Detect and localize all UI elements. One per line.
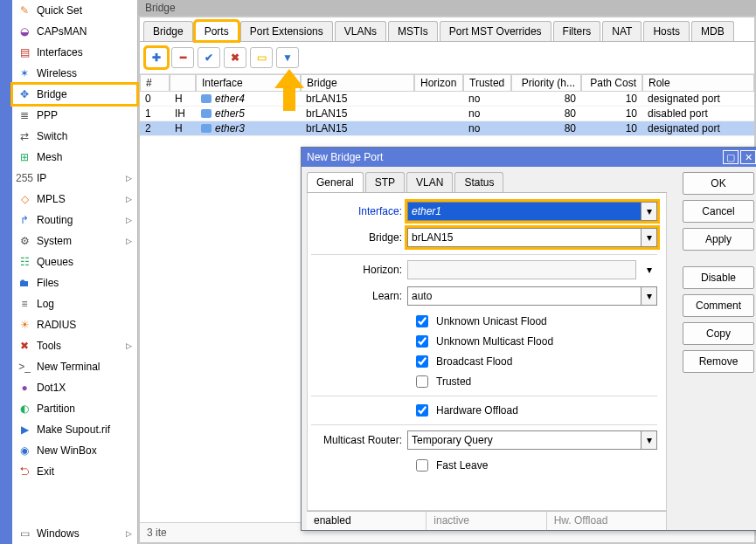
ok-button[interactable]: OK bbox=[683, 172, 754, 195]
dialog-tab-stp[interactable]: STP bbox=[365, 172, 405, 192]
tab-nat[interactable]: NAT bbox=[602, 21, 642, 41]
sidebar-item-windows[interactable]: ▭ Windows ▷ bbox=[12, 523, 137, 544]
remove-button[interactable]: Remove bbox=[683, 350, 754, 373]
sidebar-item-new-winbox[interactable]: ◉New WinBox bbox=[12, 440, 137, 461]
cancel-button[interactable]: Cancel bbox=[683, 200, 754, 223]
sidebar-item-switch[interactable]: ⇄Switch bbox=[12, 126, 137, 147]
tab-bridge[interactable]: Bridge bbox=[143, 21, 193, 41]
sidebar-item-queues[interactable]: ☷Queues bbox=[12, 251, 137, 272]
unknown-multicast-checkbox[interactable] bbox=[416, 335, 428, 348]
sidebar-item-system[interactable]: ⚙System▷ bbox=[12, 231, 137, 251]
quick-set-icon: ✎ bbox=[17, 3, 31, 17]
sidebar-item-dot1x[interactable]: ●Dot1X bbox=[12, 377, 137, 398]
tab-ports[interactable]: Ports bbox=[195, 21, 239, 41]
unknown-unicast-checkbox[interactable] bbox=[416, 315, 428, 327]
learn-input[interactable] bbox=[408, 287, 641, 305]
interface-input[interactable] bbox=[408, 203, 641, 220]
fast-leave-checkbox[interactable] bbox=[416, 459, 428, 472]
disable-button[interactable]: ✖ bbox=[224, 47, 246, 68]
table-row[interactable]: 1IHether5brLAN15no8010disabled port bbox=[140, 107, 754, 121]
column-header[interactable]: Bridge bbox=[301, 74, 414, 92]
cell: 10 bbox=[581, 121, 642, 136]
sidebar-item-ip[interactable]: 255IP▷ bbox=[12, 168, 137, 189]
broadcast-checkbox[interactable] bbox=[416, 355, 428, 368]
chevron-down-icon[interactable]: ▾ bbox=[641, 287, 656, 305]
cell: designated port bbox=[642, 92, 754, 107]
sidebar-item-mesh[interactable]: ⊞Mesh bbox=[12, 147, 137, 168]
sidebar-item-tools[interactable]: ✖Tools▷ bbox=[12, 335, 137, 356]
tab-mdb[interactable]: MDB bbox=[691, 21, 734, 41]
remove-button[interactable]: ━ bbox=[171, 47, 194, 68]
interface-combo[interactable]: ▾ bbox=[407, 202, 657, 221]
column-header[interactable]: Trusted bbox=[463, 74, 511, 92]
copy-button[interactable]: Copy bbox=[683, 322, 754, 345]
bridge-input[interactable] bbox=[408, 229, 641, 246]
tab-port-mst-overrides[interactable]: Port MST Overrides bbox=[440, 21, 551, 41]
tab-mstis[interactable]: MSTIs bbox=[388, 21, 438, 41]
sidebar-item-new-terminal[interactable]: >_New Terminal bbox=[12, 356, 137, 377]
column-header[interactable]: Role bbox=[642, 74, 754, 92]
bridge-combo[interactable]: ▾ bbox=[407, 228, 657, 247]
chevron-down-icon[interactable]: ▾ bbox=[641, 203, 656, 220]
sidebar-item-ppp[interactable]: ≣PPP bbox=[12, 105, 137, 126]
comment-button[interactable]: ▭ bbox=[250, 47, 273, 68]
sidebar-item-radius[interactable]: ☀RADIUS bbox=[12, 314, 137, 335]
sidebar-item-files[interactable]: 🖿Files bbox=[12, 272, 137, 293]
interface-icon bbox=[201, 109, 212, 118]
dialog-titlebar[interactable]: New Bridge Port ▢ ✕ bbox=[302, 148, 756, 167]
cell bbox=[414, 107, 463, 121]
disable-button[interactable]: Disable bbox=[683, 266, 754, 289]
dialog-tab-vlan[interactable]: VLAN bbox=[406, 172, 453, 192]
sidebar-item-label: Bridge bbox=[37, 88, 67, 100]
window-title: Bridge bbox=[138, 0, 756, 16]
table-row[interactable]: 0Hether4brLAN15no8010designated port bbox=[140, 92, 754, 107]
dialog-tabbar: GeneralSTPVLANStatus bbox=[307, 172, 667, 193]
tab-port-extensions[interactable]: Port Extensions bbox=[240, 21, 333, 41]
column-header[interactable]: Horizon bbox=[414, 74, 463, 92]
dialog-tab-general[interactable]: General bbox=[307, 172, 364, 192]
hw-offload-checkbox[interactable] bbox=[416, 404, 428, 417]
add-button[interactable]: ✚ bbox=[145, 47, 168, 68]
column-header[interactable] bbox=[170, 74, 196, 92]
trusted-checkbox[interactable] bbox=[416, 375, 428, 388]
chevron-down-icon[interactable]: ▾ bbox=[642, 260, 657, 279]
sidebar-item-log[interactable]: ≡Log bbox=[12, 293, 137, 314]
chevron-down-icon[interactable]: ▾ bbox=[641, 229, 656, 246]
comment-button[interactable]: Comment bbox=[683, 294, 754, 317]
status-hw-offload: Hw. Offload bbox=[547, 512, 667, 530]
column-header[interactable]: Path Cost bbox=[581, 74, 642, 92]
windows-icon: ▭ bbox=[17, 527, 31, 541]
filter-button[interactable]: ▼ bbox=[276, 47, 299, 68]
chevron-down-icon[interactable]: ▾ bbox=[641, 431, 656, 449]
sidebar-item-bridge[interactable]: ✥Bridge bbox=[12, 84, 137, 105]
cell: H bbox=[170, 92, 196, 107]
minimize-button[interactable]: ▢ bbox=[723, 150, 739, 164]
sidebar-item-wireless[interactable]: ✶Wireless bbox=[12, 63, 137, 84]
sidebar-item-make-supout-rif[interactable]: ▶Make Supout.rif bbox=[12, 419, 137, 440]
close-button[interactable]: ✕ bbox=[740, 150, 756, 164]
sidebar-item-routing[interactable]: ↱Routing▷ bbox=[12, 210, 137, 231]
tab-vlans[interactable]: VLANs bbox=[335, 21, 386, 41]
tab-filters[interactable]: Filters bbox=[553, 21, 601, 41]
x-icon: ✖ bbox=[231, 52, 239, 64]
learn-combo[interactable]: ▾ bbox=[407, 286, 657, 306]
horizon-input[interactable] bbox=[407, 260, 636, 279]
sidebar-item-exit[interactable]: ⮌Exit bbox=[12, 461, 137, 482]
grid-body: 0Hether4brLAN15no8010designated port1IHe… bbox=[140, 92, 754, 136]
table-row[interactable]: 2Hether3brLAN15no8010designated port bbox=[140, 121, 754, 136]
sidebar-item-partition[interactable]: ◐Partition bbox=[12, 398, 137, 419]
unknown-unicast-label: Unknown Unicast Flood bbox=[436, 315, 547, 327]
sidebar-item-quick-set[interactable]: ✎Quick Set bbox=[12, 0, 137, 21]
enable-button[interactable]: ✔ bbox=[198, 47, 220, 68]
multicast-combo[interactable]: ▾ bbox=[407, 430, 657, 450]
sidebar-item-mpls[interactable]: ◇MPLS▷ bbox=[12, 189, 137, 210]
tab-hosts[interactable]: Hosts bbox=[643, 21, 690, 41]
dialog-tab-status[interactable]: Status bbox=[454, 172, 503, 192]
column-header[interactable]: Priority (h... bbox=[511, 74, 581, 92]
column-header[interactable]: # bbox=[140, 74, 170, 92]
sidebar-item-interfaces[interactable]: ▤Interfaces bbox=[12, 42, 137, 63]
sidebar-item-capsman[interactable]: ◒CAPsMAN bbox=[12, 21, 137, 42]
multicast-input[interactable] bbox=[408, 431, 641, 449]
apply-button[interactable]: Apply bbox=[683, 228, 754, 251]
ppp-icon: ≣ bbox=[17, 108, 31, 122]
